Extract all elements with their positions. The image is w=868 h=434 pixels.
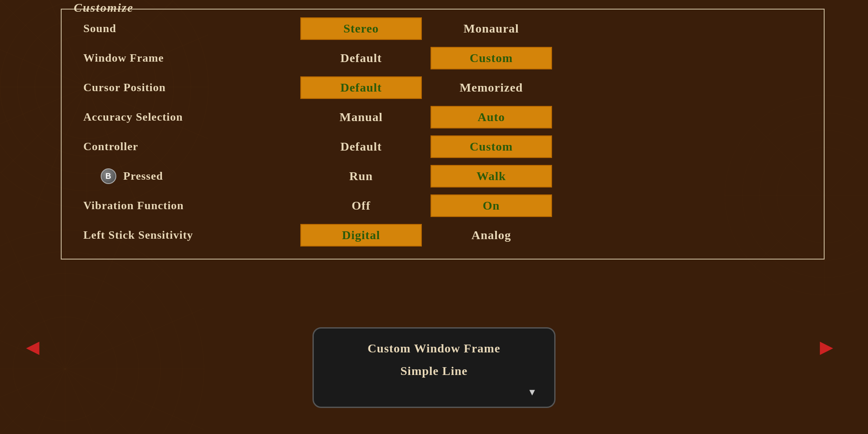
- settings-row-window-frame: Window FrameDefaultCustom: [75, 43, 811, 73]
- option-window-frame-1[interactable]: Custom: [431, 47, 552, 69]
- option-pressed-1[interactable]: Walk: [431, 165, 552, 187]
- svg-line-21: [0, 270, 164, 434]
- settings-row-left-stick-sensitivity: Left Stick SensitivityDigitalAnalog: [75, 220, 811, 250]
- option-left-stick-sensitivity-1[interactable]: Analog: [431, 224, 552, 247]
- option-cursor-position-1[interactable]: Memorized: [431, 76, 552, 99]
- customize-panel: Customize SoundStereoMonauralWindow Fram…: [61, 9, 825, 260]
- setting-label-window-frame: Window Frame: [75, 52, 300, 65]
- option-sound-0[interactable]: Stereo: [300, 17, 422, 40]
- option-accuracy-selection-0[interactable]: Manual: [300, 106, 422, 128]
- panel-title: Customize: [70, 1, 137, 15]
- nav-arrow-right[interactable]: ▶: [820, 339, 833, 356]
- label-text-pressed: Pressed: [123, 170, 163, 183]
- setting-label-sound: Sound: [75, 22, 300, 35]
- setting-label-vibration-function: Vibration Function: [75, 199, 300, 212]
- option-controller-1[interactable]: Custom: [431, 135, 552, 158]
- options-area-pressed: RunWalk: [300, 165, 811, 187]
- label-text-vibration-function: Vibration Function: [83, 199, 184, 212]
- setting-label-cursor-position: Cursor Position: [75, 81, 300, 94]
- nav-arrow-left[interactable]: ◀: [26, 339, 39, 356]
- setting-label-left-stick-sensitivity: Left Stick Sensitivity: [75, 229, 300, 242]
- popup-value: Simple Line: [327, 364, 541, 378]
- option-left-stick-sensitivity-0[interactable]: Digital: [300, 224, 422, 247]
- settings-row-sound: SoundStereoMonaural: [75, 14, 811, 43]
- settings-row-cursor-position: Cursor PositionDefaultMemorized: [75, 73, 811, 102]
- label-text-cursor-position: Cursor Position: [83, 81, 166, 94]
- option-vibration-function-0[interactable]: Off: [300, 194, 422, 217]
- options-area-left-stick-sensitivity: DigitalAnalog: [300, 224, 811, 247]
- popup-arrow-down[interactable]: ▼: [327, 387, 541, 398]
- option-pressed-0[interactable]: Run: [300, 165, 422, 187]
- settings-row-pressed: BPressedRunWalk: [75, 161, 811, 191]
- options-area-vibration-function: OffOn: [300, 194, 811, 217]
- settings-row-vibration-function: Vibration FunctionOffOn: [75, 191, 811, 220]
- option-sound-1[interactable]: Monaural: [431, 17, 552, 40]
- option-accuracy-selection-1[interactable]: Auto: [431, 106, 552, 128]
- popup-title: Custom Window Frame: [327, 342, 541, 355]
- options-area-window-frame: DefaultCustom: [300, 47, 811, 69]
- setting-label-pressed: BPressed: [75, 168, 300, 184]
- option-window-frame-0[interactable]: Default: [300, 47, 422, 69]
- label-text-window-frame: Window Frame: [83, 52, 164, 64]
- options-area-cursor-position: DefaultMemorized: [300, 76, 811, 99]
- b-button-pressed: B: [101, 168, 116, 184]
- settings-row-accuracy-selection: Accuracy SelectionManualAuto: [75, 102, 811, 132]
- main-container: Customize SoundStereoMonauralWindow Fram…: [61, 9, 825, 277]
- settings-rows: SoundStereoMonauralWindow FrameDefaultCu…: [75, 14, 811, 250]
- option-controller-0[interactable]: Default: [300, 135, 422, 158]
- label-text-controller: Controller: [83, 140, 138, 153]
- label-text-sound: Sound: [83, 22, 116, 35]
- label-text-left-stick-sensitivity: Left Stick Sensitivity: [83, 229, 193, 241]
- option-cursor-position-0[interactable]: Default: [300, 76, 422, 99]
- options-area-sound: StereoMonaural: [300, 17, 811, 40]
- options-area-controller: DefaultCustom: [300, 135, 811, 158]
- label-text-accuracy-selection: Accuracy Selection: [83, 111, 183, 123]
- option-vibration-function-1[interactable]: On: [431, 194, 552, 217]
- options-area-accuracy-selection: ManualAuto: [300, 106, 811, 128]
- setting-label-controller: Controller: [75, 140, 300, 153]
- setting-label-accuracy-selection: Accuracy Selection: [75, 111, 300, 124]
- settings-row-controller: ControllerDefaultCustom: [75, 132, 811, 161]
- popup-panel: Custom Window Frame Simple Line ▼: [312, 327, 556, 408]
